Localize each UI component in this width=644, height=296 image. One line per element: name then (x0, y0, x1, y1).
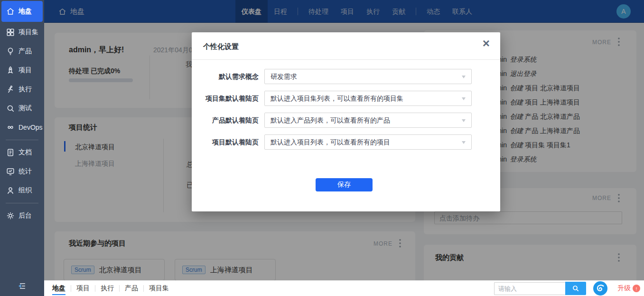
search-icon (572, 285, 579, 292)
rocket-icon (6, 66, 15, 75)
select-project-landing[interactable]: 默认进入项目列表，可以查看所有的项目 (264, 134, 472, 150)
sidebar-item-label: 组织 (19, 186, 32, 195)
chevron-down-icon (462, 119, 466, 122)
bottom-bar-right: 升级 ↑ (494, 281, 644, 296)
sidebar-item-admin[interactable]: 后台 (0, 206, 44, 225)
sidebar-item-org[interactable]: 组织 (0, 181, 44, 200)
select-projectset-landing[interactable]: 默认进入项目集列表，可以查看所有的项目集 (264, 91, 472, 106)
sidebar-item-devops[interactable]: DevOps (0, 118, 44, 137)
monitor-icon (6, 167, 15, 176)
select-value: 研发需求 (271, 73, 297, 80)
sidebar-item-doc[interactable]: 文档 (0, 143, 44, 162)
runner-icon (6, 85, 15, 94)
zentao-app: 地盘 项目集 产品 项目 执行 测试 DevOps 文档 (0, 0, 644, 296)
sidebar-item-product[interactable]: 产品 (0, 42, 44, 61)
people-icon (6, 186, 15, 195)
sidebar-divider (6, 140, 38, 140)
select-default-story-concept[interactable]: 研发需求 (264, 69, 472, 84)
personalization-modal: 个性化设置 × 默认需求概念 研发需求 项目集默认着陆页 默认进入项目集列表，可… (192, 32, 500, 211)
bottomtab-execution[interactable]: 执行 (95, 284, 119, 293)
form-row: 项目集默认着陆页 默认进入项目集列表，可以查看所有的项目集 (192, 91, 500, 106)
chevron-down-icon (462, 141, 466, 144)
field-label: 项目集默认着陆页 (192, 91, 264, 106)
sidebar-item-label: 地盘 (19, 7, 32, 16)
form-row: 默认需求概念 研发需求 (192, 69, 500, 84)
sidebar-item-label: 统计 (19, 167, 32, 176)
modal-header: 个性化设置 × (192, 32, 500, 60)
upgrade-link[interactable]: 升级 ↑ (617, 284, 640, 293)
home-icon (6, 7, 15, 16)
form-row: 产品默认着陆页 默认进入产品列表，可以查看所有的产品 (192, 113, 500, 128)
sidebar-divider (6, 203, 38, 203)
chevron-down-icon (462, 97, 466, 100)
bottomtab-project[interactable]: 项目 (71, 284, 95, 293)
grid-icon (6, 28, 15, 37)
collapse-menu-icon (18, 281, 27, 291)
sidebar-item-my[interactable]: 地盘 (1, 1, 43, 22)
sidebar-item-label: DevOps (19, 124, 43, 131)
field-label: 产品默认着陆页 (192, 113, 264, 128)
sidebar-item-execution[interactable]: 执行 (0, 80, 44, 99)
sidebar-item-label: 文档 (19, 148, 32, 157)
modal-title: 个性化设置 (203, 42, 239, 51)
upgrade-label: 升级 (617, 284, 631, 293)
sidebar: 地盘 项目集 产品 项目 执行 测试 DevOps 文档 (0, 0, 44, 296)
sidebar-item-project-set[interactable]: 项目集 (0, 23, 44, 42)
infinity-icon (6, 123, 15, 132)
field-label: 默认需求概念 (192, 69, 264, 84)
close-icon[interactable]: × (483, 37, 490, 49)
bulb-icon (6, 47, 15, 56)
select-value: 默认进入项目集列表，可以查看所有的项目集 (271, 95, 403, 102)
sidebar-item-qa[interactable]: 测试 (0, 99, 44, 118)
search-input[interactable] (494, 282, 565, 295)
modal-body: 默认需求概念 研发需求 项目集默认着陆页 默认进入项目集列表，可以查看所有的项目… (192, 60, 500, 150)
sidebar-item-label: 产品 (19, 47, 32, 56)
select-product-landing[interactable]: 默认进入产品列表，可以查看所有的产品 (264, 113, 472, 128)
bottomtab-projectset[interactable]: 项目集 (144, 284, 174, 293)
select-value: 默认进入项目列表，可以查看所有的项目 (271, 138, 390, 146)
form-row: 项目默认着陆页 默认进入项目列表，可以查看所有的项目 (192, 134, 500, 150)
chevron-down-icon (462, 76, 466, 78)
bottomtab-product[interactable]: 产品 (120, 284, 143, 293)
sidebar-item-report[interactable]: 统计 (0, 162, 44, 181)
sidebar-item-label: 后台 (19, 211, 32, 220)
sidebar-item-project[interactable]: 项目 (0, 61, 44, 80)
sidebar-item-label: 执行 (19, 85, 32, 94)
save-button[interactable]: 保存 (316, 178, 373, 191)
bottom-bar: 地盘 项目 执行 产品 项目集 升级 ↑ (44, 280, 644, 296)
gear-icon (6, 211, 15, 220)
search-button[interactable] (565, 282, 586, 295)
sidebar-collapse-button[interactable] (0, 279, 44, 293)
bottomtab-my[interactable]: 地盘 (47, 284, 71, 293)
doc-icon (6, 148, 15, 157)
sidebar-item-label: 项目集 (19, 28, 38, 37)
sidebar-item-label: 项目 (19, 66, 32, 75)
upgrade-arrow-icon: ↑ (633, 285, 640, 292)
select-value: 默认进入产品列表，可以查看所有的产品 (271, 116, 390, 124)
magnifier-icon (6, 104, 15, 113)
sidebar-item-label: 测试 (19, 104, 32, 113)
field-label: 项目默认着陆页 (192, 134, 264, 150)
zentao-logo[interactable] (593, 281, 607, 296)
